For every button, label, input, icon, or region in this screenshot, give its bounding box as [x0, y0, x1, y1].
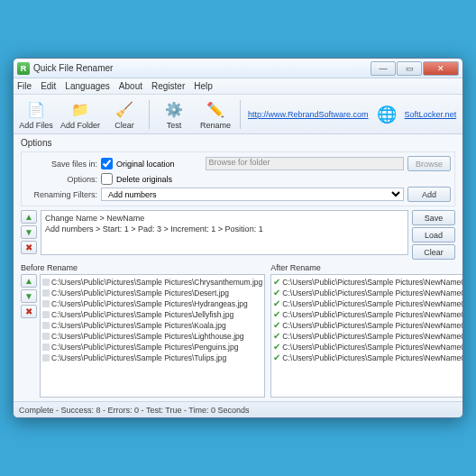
app-icon: R	[17, 62, 30, 75]
after-list[interactable]: ✔C:\Users\Public\Pictures\Sample Picture…	[270, 274, 462, 398]
add-filter-button[interactable]: Add	[407, 187, 451, 202]
link-rebrand[interactable]: http://www.RebrandSoftware.com	[248, 110, 369, 119]
menu-file[interactable]: File	[17, 81, 32, 91]
list-item[interactable]: C:\Users\Public\Pictures\Sample Pictures…	[42, 331, 262, 342]
clear-button[interactable]: 🧹 Clear	[107, 98, 142, 130]
close-button[interactable]: ✕	[423, 61, 459, 76]
clear-icon: 🧹	[114, 98, 135, 120]
maximize-button[interactable]: ▭	[397, 61, 422, 76]
add-folder-button[interactable]: 📁 Add Folder	[60, 98, 100, 130]
list-item[interactable]: ✔C:\Users\Public\Pictures\Sample Picture…	[273, 298, 462, 309]
list-item[interactable]: ✔C:\Users\Public\Pictures\Sample Picture…	[273, 320, 462, 331]
before-title: Before Rename	[21, 263, 265, 272]
app-window: R Quick File Renamer — ▭ ✕ File Edit Lan…	[13, 58, 463, 418]
list-item[interactable]: ✔C:\Users\Public\Pictures\Sample Picture…	[273, 331, 462, 342]
before-up-button[interactable]: ▲	[21, 274, 37, 288]
delete-originals-checkbox[interactable]	[101, 173, 113, 185]
filter-area: ▲ ▼ ✖ Change Name > NewName Add numbers …	[21, 210, 455, 260]
filter-select[interactable]: Add numbers	[101, 188, 404, 201]
rename-panes: Before Rename ▲ ▼ ✖ C:\Users\Public\Pict…	[21, 263, 455, 398]
filter-down-button[interactable]: ▼	[21, 225, 37, 239]
check-icon: ✔	[273, 298, 280, 309]
test-button[interactable]: ⚙️ Test	[157, 98, 191, 130]
bullet-icon	[42, 311, 50, 318]
toolbar-separator-2	[240, 100, 241, 129]
browse-button[interactable]: Browse	[407, 156, 451, 171]
filter-item[interactable]: Change Name > NewName	[45, 213, 404, 224]
rename-button[interactable]: ✏️ Rename	[198, 98, 233, 130]
status-text: Complete - Success: 8 - Errors: 0 - Test…	[19, 406, 249, 415]
filter-item[interactable]: Add numbers > Start: 1 > Pad: 3 > Increm…	[45, 224, 404, 234]
load-filters-button[interactable]: Load	[412, 227, 455, 243]
filter-up-button[interactable]: ▲	[21, 210, 37, 224]
bullet-icon	[42, 343, 50, 351]
bullet-icon	[42, 289, 50, 297]
check-icon: ✔	[273, 277, 280, 288]
list-item[interactable]: C:\Users\Public\Pictures\Sample Pictures…	[42, 309, 262, 320]
bullet-icon	[42, 322, 50, 329]
after-title: After Rename	[270, 263, 462, 272]
before-pane: Before Rename ▲ ▼ ✖ C:\Users\Public\Pict…	[21, 263, 265, 398]
clear-filters-button[interactable]: Clear	[412, 244, 455, 260]
original-location-label: Original location	[116, 160, 175, 169]
before-down-button[interactable]: ▼	[21, 289, 37, 303]
minimize-button[interactable]: —	[371, 61, 396, 76]
save-filters-button[interactable]: Save	[412, 210, 455, 225]
link-softlocker[interactable]: SoftLocker.net	[405, 110, 457, 119]
menubar: File Edit Languages About Register Help	[14, 78, 462, 95]
list-item[interactable]: ✔C:\Users\Public\Pictures\Sample Picture…	[273, 288, 462, 298]
check-icon: ✔	[273, 342, 280, 352]
add-files-icon: 📄	[25, 98, 47, 120]
bullet-icon	[42, 354, 50, 362]
bullet-icon	[42, 300, 50, 307]
bullet-icon	[42, 333, 50, 340]
check-icon: ✔	[273, 352, 280, 363]
menu-about[interactable]: About	[119, 81, 142, 91]
original-location-checkbox[interactable]	[101, 158, 113, 169]
globe-icon: 🌐	[376, 104, 398, 125]
list-item[interactable]: ✔C:\Users\Public\Pictures\Sample Picture…	[273, 342, 462, 352]
filter-list[interactable]: Change Name > NewName Add numbers > Star…	[41, 210, 408, 255]
list-item[interactable]: ✔C:\Users\Public\Pictures\Sample Picture…	[273, 309, 462, 320]
after-pane: After Rename ✔C:\Users\Public\Pictures\S…	[270, 263, 462, 398]
window-title: Quick File Renamer	[33, 63, 370, 73]
menu-register[interactable]: Register	[151, 81, 185, 91]
check-icon: ✔	[273, 288, 280, 298]
list-item[interactable]: C:\Users\Public\Pictures\Sample Pictures…	[42, 288, 262, 298]
add-folder-icon: 📁	[69, 98, 91, 120]
delete-originals-label: Delete originals	[116, 175, 172, 184]
titlebar[interactable]: R Quick File Renamer — ▭ ✕	[14, 59, 462, 78]
filters-label: Renaming Filters:	[25, 190, 97, 199]
filter-delete-button[interactable]: ✖	[21, 241, 37, 254]
list-item[interactable]: C:\Users\Public\Pictures\Sample Pictures…	[42, 298, 262, 309]
list-item[interactable]: ✔C:\Users\Public\Pictures\Sample Picture…	[273, 277, 462, 288]
list-item[interactable]: C:\Users\Public\Pictures\Sample Pictures…	[42, 352, 262, 363]
toolbar: 📄 Add Files 📁 Add Folder 🧹 Clear ⚙️ Test…	[14, 95, 462, 134]
check-icon: ✔	[273, 320, 280, 331]
check-icon: ✔	[273, 331, 280, 342]
save-in-label: Save files in:	[25, 160, 97, 169]
list-item[interactable]: C:\Users\Public\Pictures\Sample Pictures…	[42, 342, 262, 352]
content-area: Options Save files in: Original location…	[14, 134, 462, 401]
options-panel: Save files in: Original location Browse …	[21, 151, 455, 206]
check-icon: ✔	[273, 309, 280, 320]
options-title: Options	[21, 138, 455, 148]
options-label: Options:	[25, 175, 97, 184]
menu-help[interactable]: Help	[194, 81, 213, 91]
test-icon: ⚙️	[163, 98, 185, 120]
menu-languages[interactable]: Languages	[65, 81, 110, 91]
add-files-button[interactable]: 📄 Add Files	[19, 98, 53, 130]
list-item[interactable]: C:\Users\Public\Pictures\Sample Pictures…	[42, 320, 262, 331]
before-delete-button[interactable]: ✖	[21, 305, 37, 318]
toolbar-separator	[149, 100, 150, 129]
browse-folder-field: Browse for folder	[206, 157, 404, 170]
list-item[interactable]: C:\Users\Public\Pictures\Sample Pictures…	[42, 277, 262, 288]
status-bar: Complete - Success: 8 - Errors: 0 - Test…	[14, 401, 462, 417]
rename-icon: ✏️	[205, 98, 226, 120]
bullet-icon	[42, 279, 50, 286]
list-item[interactable]: ✔C:\Users\Public\Pictures\Sample Picture…	[273, 352, 462, 363]
menu-edit[interactable]: Edit	[41, 81, 56, 91]
before-list[interactable]: C:\Users\Public\Pictures\Sample Pictures…	[40, 274, 265, 398]
